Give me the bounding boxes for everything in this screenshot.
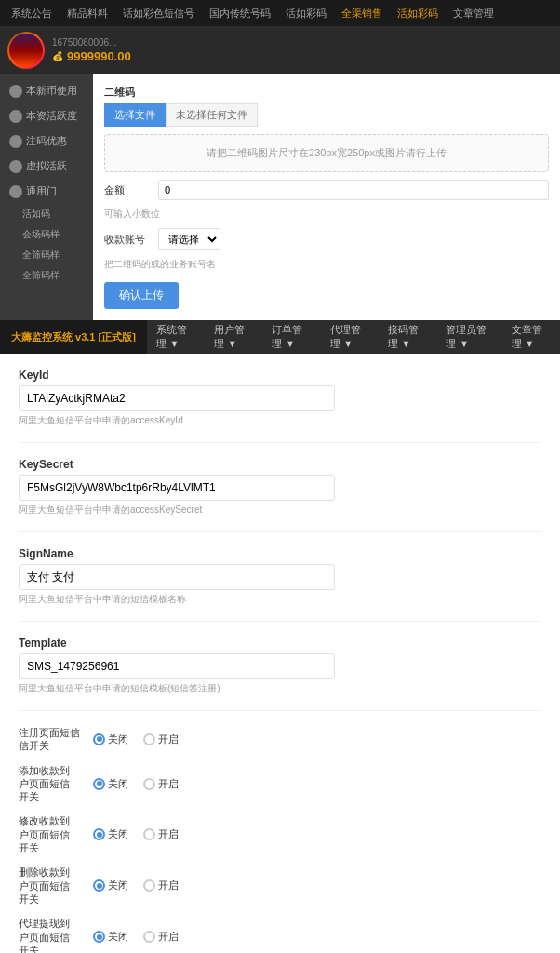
keyid-input[interactable] (19, 385, 335, 411)
confirm-btn-container: 确认上传 (104, 282, 549, 309)
user-header: 16750060006... 💰 9999990.00 (0, 26, 560, 74)
sidebar-layout: 本新币使用 本资活跃度 注码优惠 虚拟活跃 通用门 活如码 会场码样 全筛码样 … (0, 74, 560, 320)
radio-unselected-1 (143, 778, 155, 790)
sidebar-sub-1[interactable]: 会场码样 (0, 224, 93, 245)
toggle-options-3: 关闭 开启 (93, 879, 179, 893)
user-id: 16750060006... (52, 37, 131, 47)
sidebar-icon-3 (9, 160, 22, 173)
sidebar-item-1[interactable]: 本资活跃度 (0, 103, 93, 128)
toggle-off-option-4[interactable]: 关闭 (93, 930, 128, 944)
admin-nav-code[interactable]: 接码管理 ▼ (379, 320, 436, 354)
signname-input[interactable] (19, 564, 335, 590)
toggle-row-3: 删除收款到 户页面短信 开关 关闭 开启 (19, 866, 541, 906)
sidebar-icon-2 (9, 135, 22, 148)
upload-label: 二维码 (104, 86, 549, 100)
radio-selected-0 (93, 733, 105, 745)
sidebar-sub-2[interactable]: 全筛码样 (0, 245, 93, 265)
gold-input[interactable] (158, 180, 549, 200)
toggle-on-option-3[interactable]: 开启 (143, 879, 179, 893)
toggle-on-label-3: 开启 (158, 879, 179, 893)
upload-hint: 请把二维码图片尺寸在230px宽250px或图片请行上传 (104, 134, 549, 172)
signname-label: SignName (19, 547, 541, 560)
toggle-label-3: 删除收款到 户页面短信 开关 (19, 866, 93, 906)
toggle-on-option-0[interactable]: 开启 (143, 732, 179, 746)
keysecret-hint: 阿里大鱼短信平台中申请的accessKeySecret (19, 503, 541, 517)
toggle-on-option-4[interactable]: 开启 (143, 930, 179, 944)
admin-nav-user[interactable]: 用户管理 ▼ (205, 320, 262, 354)
nav-item-color-code2[interactable]: 活如彩码 (390, 7, 446, 20)
toggle-on-label-4: 开启 (158, 930, 179, 944)
balance-icon: 💰 (52, 51, 63, 61)
sidebar: 本新币使用 本资活跃度 注码优惠 虚拟活跃 通用门 活如码 会场码样 全筛码样 … (0, 74, 93, 320)
toggle-on-option-1[interactable]: 开启 (143, 777, 179, 791)
confirm-upload-button[interactable]: 确认上传 (104, 282, 179, 309)
toggle-options-0: 关闭 开启 (93, 732, 179, 746)
toggle-row-2: 修改收款到 户页面短信 开关 关闭 开启 (19, 814, 541, 854)
nav-item-article[interactable]: 文章管理 (446, 7, 501, 20)
sidebar-sub-0[interactable]: 活如码 (0, 204, 93, 224)
signname-row: SignName 阿里大鱼短信平台中申请的短信模板名称 (19, 547, 541, 622)
toggle-on-option-2[interactable]: 开启 (143, 827, 179, 841)
upload-section: 二维码 选择文件 未选择任何文件 请把二维码图片尺寸在230px宽250px或图… (104, 86, 549, 172)
toggle-label-1: 添加收款到 户页面短信 开关 (19, 764, 93, 804)
template-input[interactable] (19, 653, 335, 679)
keyid-label: KeyId (19, 369, 541, 382)
radio-selected-1 (93, 778, 105, 790)
file-tabs: 选择文件 未选择任何文件 (104, 103, 549, 127)
sidebar-sub-3[interactable]: 全筛码样 (0, 265, 93, 286)
nav-item-announcement[interactable]: 系统公告 (4, 7, 60, 20)
template-row: Template 阿里大鱼短信平台中申请的短信模板(短信签注册) (19, 637, 541, 711)
radio-unselected-4 (143, 931, 155, 943)
admin-body: KeyId 阿里大鱼短信平台中申请的accessKeyId KeySecret … (0, 354, 560, 953)
section1-upload-panel: 系统公告 精品料料 话如彩色短信号 国内传统号码 活如彩码 全渠销售 活如彩码 … (0, 0, 560, 320)
admin-nav-agent[interactable]: 代理管理 ▼ (321, 320, 379, 354)
radio-selected-2 (93, 828, 105, 840)
radio-unselected-0 (143, 733, 155, 745)
toggle-off-label-0: 关闭 (108, 732, 128, 746)
radio-unselected-2 (143, 828, 155, 840)
tab-select-file[interactable]: 选择文件 (104, 103, 166, 127)
receiver-label: 收款账号 (104, 233, 151, 247)
user-info-block: 16750060006... 💰 9999990.00 (52, 37, 131, 63)
template-hint: 阿里大鱼短信平台中申请的短信模板(短信签注册) (19, 682, 541, 695)
sidebar-item-2[interactable]: 注码优惠 (0, 128, 93, 154)
sidebar-item-0[interactable]: 本新币使用 (0, 78, 93, 103)
gold-hint: 可输入小数位 (104, 208, 549, 221)
receiver-select[interactable]: 请选择 (158, 228, 220, 250)
sidebar-item-3[interactable]: 虚拟活跃 (0, 154, 93, 179)
admin-nav-items: 系统管理 ▼ 用户管理 ▼ 订单管理 ▼ 代理管理 ▼ 接码管理 ▼ 管理员管理… (147, 320, 560, 354)
keyid-row: KeyId 阿里大鱼短信平台中申请的accessKeyId (19, 369, 541, 443)
nav-item-domestic[interactable]: 国内传统号码 (202, 7, 278, 20)
gold-label: 金额 (104, 183, 151, 197)
toggle-off-label-2: 关闭 (108, 827, 128, 841)
toggle-off-option-0[interactable]: 关闭 (93, 732, 128, 746)
sidebar-item-general[interactable]: 通用门 (0, 179, 93, 204)
admin-nav-system[interactable]: 系统管理 ▼ (147, 320, 205, 354)
toggle-off-option-2[interactable]: 关闭 (93, 827, 128, 841)
toggle-on-label-1: 开启 (158, 777, 179, 791)
nav-item-material[interactable]: 精品料料 (60, 7, 115, 20)
toggle-on-label-2: 开启 (158, 827, 179, 841)
admin-nav-admin[interactable]: 管理员管理 ▼ (436, 320, 501, 354)
keysecret-input[interactable] (19, 475, 335, 501)
admin-nav-order[interactable]: 订单管理 ▼ (262, 320, 320, 354)
radio-selected-3 (93, 879, 105, 892)
admin-brand: 大薅监控系统 v3.1 [正式版] (0, 320, 147, 354)
nav-item-sales[interactable]: 全渠销售 (334, 7, 390, 20)
toggle-row-0: 注册页面短信 信开关 关闭 开启 (19, 726, 541, 753)
sidebar-label-3: 虚拟活跃 (26, 159, 67, 173)
toggle-label-2: 修改收款到 户页面短信 开关 (19, 814, 93, 854)
admin-nav-article[interactable]: 文章管理 ▼ (502, 320, 560, 354)
toggle-row-1: 添加收款到 户页面短信 开关 关闭 开启 (19, 764, 541, 804)
toggle-on-label-0: 开启 (158, 732, 179, 746)
sidebar-icon-general (9, 185, 22, 198)
admin-nav-article-label: 文章管理 ▼ (512, 323, 551, 351)
nav-item-color-code[interactable]: 活如彩码 (278, 7, 334, 20)
toggle-off-option-3[interactable]: 关闭 (93, 879, 128, 893)
toggle-off-option-1[interactable]: 关闭 (93, 777, 128, 791)
sidebar-icon-0 (9, 85, 22, 98)
toggle-off-label-4: 关闭 (108, 930, 128, 944)
gold-row: 金额 (104, 180, 549, 200)
signname-hint: 阿里大鱼短信平台中申请的短信模板名称 (19, 593, 541, 606)
nav-item-color-sms[interactable]: 话如彩色短信号 (115, 7, 202, 20)
